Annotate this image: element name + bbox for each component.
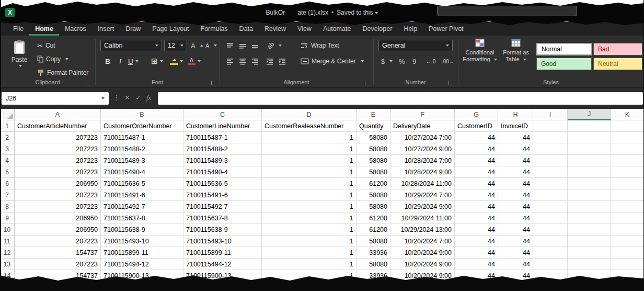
row-header-2[interactable]: 2 xyxy=(0,132,15,143)
enter-icon[interactable]: ✓ xyxy=(135,94,141,102)
cell-D4[interactable]: 1 xyxy=(262,155,356,166)
cell-C11[interactable]: 7100115493-10 xyxy=(183,236,262,247)
cell-G7[interactable]: 44 xyxy=(455,189,498,201)
cell-G5[interactable]: 44 xyxy=(455,166,498,178)
cell-K4[interactable] xyxy=(611,155,644,166)
cell-K10[interactable] xyxy=(611,224,644,236)
italic-button[interactable]: I xyxy=(115,55,125,67)
name-box[interactable]: J26 xyxy=(2,92,109,105)
paste-button[interactable]: Paste xyxy=(5,40,33,79)
cell-G2[interactable]: 44 xyxy=(455,132,498,143)
cell-C9[interactable]: 7100115637-8 xyxy=(183,212,262,224)
cell-G1[interactable]: CustomerID xyxy=(455,120,498,132)
cell-B7[interactable]: 7100115491-6 xyxy=(101,189,183,201)
cell-E9[interactable]: 61200 xyxy=(356,212,390,224)
cell-C8[interactable]: 7100115492-7 xyxy=(183,201,262,212)
menu-tab-developer[interactable]: Developer xyxy=(356,22,398,36)
cell-B3[interactable]: 7100115488-2 xyxy=(101,143,183,155)
cell-C13[interactable]: 7100115494-12 xyxy=(183,259,262,270)
cell-K6[interactable] xyxy=(611,178,644,189)
cell-C2[interactable]: 7100115487-1 xyxy=(183,132,262,143)
cell-G3[interactable]: 44 xyxy=(455,143,498,155)
column-header-D[interactable]: D xyxy=(262,109,356,120)
insert-function-icon[interactable]: fx xyxy=(146,94,151,102)
cell-H12[interactable]: 44 xyxy=(498,247,533,259)
cell-I4[interactable] xyxy=(533,155,568,166)
row-header-6[interactable]: 6 xyxy=(0,178,15,189)
wrap-text-button[interactable]: Wrap Text xyxy=(299,40,341,51)
orientation-button[interactable]: ab xyxy=(266,40,283,51)
accounting-format-button[interactable]: $ xyxy=(380,55,394,67)
conditional-formatting-button[interactable]: ConditionalFormatting xyxy=(462,39,498,63)
cell-E1[interactable]: Quantity xyxy=(356,120,390,132)
cell-H13[interactable]: 44 xyxy=(498,259,533,270)
cell-A12[interactable]: 154737 xyxy=(15,247,101,259)
cell-style-bad[interactable]: Bad xyxy=(593,43,642,55)
cell-H7[interactable]: 44 xyxy=(498,189,533,201)
menu-tab-file[interactable]: File xyxy=(7,22,29,36)
cell-K13[interactable] xyxy=(611,259,644,270)
row-header-10[interactable]: 10 xyxy=(0,224,15,236)
row-header-11[interactable]: 11 xyxy=(0,236,15,247)
align-left-button[interactable] xyxy=(225,55,236,67)
cell-E8[interactable]: 58080 xyxy=(356,201,390,212)
cell-D10[interactable]: 1 xyxy=(262,224,356,236)
cell-J12[interactable] xyxy=(568,247,611,259)
cancel-icon[interactable]: ✕ xyxy=(124,94,130,102)
cell-A13[interactable]: 207223 xyxy=(15,259,101,270)
menu-tab-help[interactable]: Help xyxy=(398,22,423,36)
cell-A3[interactable]: 207223 xyxy=(15,143,101,155)
cell-B5[interactable]: 7100115490-4 xyxy=(101,166,183,178)
cell-J5[interactable] xyxy=(568,166,611,178)
cell-F11[interactable]: 10/20/2024 7:00 xyxy=(390,236,455,247)
align-center-button[interactable] xyxy=(237,55,248,67)
cell-D13[interactable]: 1 xyxy=(262,259,356,270)
cell-D12[interactable]: 1 xyxy=(262,247,356,259)
cell-E7[interactable]: 58080 xyxy=(356,189,390,201)
format-painter-button[interactable]: Format Painter xyxy=(36,67,90,79)
column-header-B[interactable]: B xyxy=(101,109,183,120)
row-header-5[interactable]: 5 xyxy=(0,166,15,178)
merge-center-button[interactable]: Merge & Center xyxy=(299,55,365,67)
cell-F13[interactable]: 10/20/2024 9:00 xyxy=(390,259,455,270)
font-size-select[interactable]: 12 xyxy=(164,40,187,51)
cell-J8[interactable] xyxy=(568,201,611,212)
cell-E10[interactable]: 61200 xyxy=(356,224,390,236)
cell-C3[interactable]: 7100115488-2 xyxy=(183,143,262,155)
cell-B13[interactable]: 7100115494-12 xyxy=(101,259,183,270)
grow-font-button[interactable]: A xyxy=(189,40,205,51)
cell-G13[interactable]: 44 xyxy=(455,259,498,270)
cell-B10[interactable]: 7100115638-9 xyxy=(101,224,183,236)
clipboard-dialog-launcher[interactable] xyxy=(86,81,90,85)
row-header-8[interactable]: 8 xyxy=(0,201,15,212)
cell-C6[interactable]: 7100115636-5 xyxy=(183,178,262,189)
cell-K7[interactable] xyxy=(611,189,644,201)
cell-K9[interactable] xyxy=(611,212,644,224)
cell-K11[interactable] xyxy=(611,236,644,247)
cell-F12[interactable]: 10/20/2024 9:00 xyxy=(390,247,455,259)
copy-button[interactable]: Copy xyxy=(36,53,70,65)
cell-H6[interactable]: 44 xyxy=(498,178,533,189)
cell-H8[interactable]: 44 xyxy=(498,201,533,212)
column-header-A[interactable]: A xyxy=(15,109,101,120)
fill-color-button[interactable] xyxy=(168,55,185,67)
cell-G11[interactable]: 44 xyxy=(455,236,498,247)
cell-B4[interactable]: 7100115489-3 xyxy=(101,155,183,166)
cell-J3[interactable] xyxy=(568,143,611,155)
cell-E6[interactable]: 61200 xyxy=(356,178,390,189)
cell-C12[interactable]: 7100115899-11 xyxy=(183,247,262,259)
increase-indent-button[interactable] xyxy=(277,55,288,67)
cell-E4[interactable]: 58080 xyxy=(356,155,390,166)
cell-I9[interactable] xyxy=(533,212,568,224)
decrease-decimal-button[interactable]: .00→ xyxy=(440,55,456,67)
menu-tab-insert[interactable]: Insert xyxy=(92,22,120,36)
cell-I5[interactable] xyxy=(533,166,568,178)
cell-D2[interactable]: 1 xyxy=(262,132,356,143)
alignment-dialog-launcher[interactable] xyxy=(365,81,370,85)
cell-K8[interactable] xyxy=(611,201,644,212)
font-name-select[interactable]: Calibri xyxy=(100,40,162,51)
underline-button[interactable]: U xyxy=(126,55,140,67)
cell-J13[interactable] xyxy=(568,259,611,270)
cell-D8[interactable]: 1 xyxy=(262,201,356,212)
cell-F8[interactable]: 10/29/2024 9:00 xyxy=(390,201,455,212)
